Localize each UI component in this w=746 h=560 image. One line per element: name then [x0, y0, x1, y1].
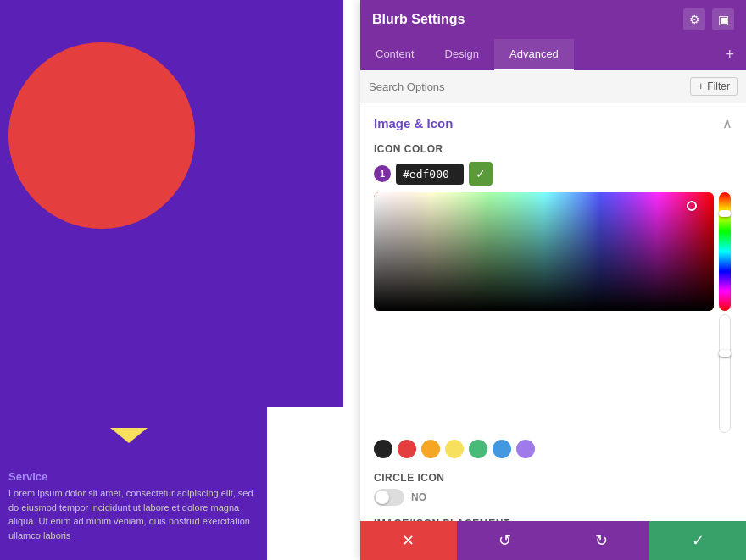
circle-icon-label: Circle Icon	[374, 472, 732, 484]
alpha-slider[interactable]	[719, 314, 731, 433]
swatch-black[interactable]	[374, 440, 392, 458]
filter-label: Filter	[707, 80, 730, 92]
color-input-row: 1 ✓	[374, 162, 732, 186]
swatch-green[interactable]	[469, 440, 487, 458]
service-label: Service	[8, 470, 263, 483]
save-icon: ✓	[692, 531, 704, 550]
panel-content: Image & Icon ∧ Icon Color 1 ✓	[360, 103, 746, 521]
circle-icon-toggle-track[interactable]	[374, 489, 404, 506]
swatch-yellow[interactable]	[445, 440, 464, 458]
side-sliders	[719, 192, 732, 433]
color-confirm-button[interactable]: ✓	[469, 162, 493, 186]
save-button[interactable]: ✓	[649, 521, 746, 560]
panel-tabs: Content Design Advanced +	[360, 39, 746, 70]
background-text-area: Service Lorem ipsum dolor sit amet, cons…	[8, 470, 263, 542]
icon-color-label: Icon Color	[374, 143, 732, 155]
redo-icon: ↻	[595, 531, 608, 550]
color-hex-input[interactable]	[396, 164, 464, 185]
gradient-picker-area[interactable]	[374, 192, 714, 311]
cancel-icon: ✕	[402, 531, 415, 550]
hue-slider-thumb	[719, 210, 731, 217]
lorem-text: Lorem ipsum dolor sit amet, consectetur …	[8, 486, 263, 542]
color-picker-container: 1 ✓	[374, 162, 732, 458]
picker-handle[interactable]	[687, 201, 697, 211]
circle-icon-toggle-text: NO	[411, 491, 426, 503]
header-icons: ⚙ ▣	[683, 8, 734, 30]
image-icon-title: Image & Icon	[374, 116, 453, 130]
gradient-sliders-row	[374, 192, 732, 433]
tab-plus-button[interactable]: +	[713, 39, 746, 70]
background-circle	[8, 42, 195, 229]
circle-icon-toggle[interactable]: NO	[374, 489, 732, 506]
background-area: Service Lorem ipsum dolor sit amet, cons…	[0, 0, 343, 560]
plus-icon: +	[698, 80, 704, 92]
cancel-button[interactable]: ✕	[360, 521, 457, 560]
search-bar: + Filter	[360, 70, 746, 103]
action-bar: ✕ ↺ ↻ ✓	[360, 521, 746, 560]
image-icon-body: Icon Color 1 ✓	[360, 143, 746, 521]
circle-icon-toggle-thumb	[376, 491, 389, 504]
undo-button[interactable]: ↺	[457, 521, 554, 560]
undo-icon: ↺	[498, 531, 511, 550]
alpha-slider-thumb	[719, 350, 731, 357]
swatch-orange[interactable]	[421, 440, 440, 458]
redo-button[interactable]: ↻	[554, 521, 650, 560]
tab-content[interactable]: Content	[360, 39, 430, 70]
swatches-row	[374, 440, 732, 458]
circle-icon-field: Circle Icon NO	[374, 472, 732, 506]
tab-design[interactable]: Design	[430, 39, 494, 70]
image-icon-chevron-icon: ∧	[722, 115, 732, 131]
color-badge: 1	[374, 165, 391, 182]
image-icon-section: Image & Icon ∧ Icon Color 1 ✓	[360, 103, 746, 521]
tab-advanced[interactable]: Advanced	[494, 39, 574, 70]
swatch-red[interactable]	[398, 440, 416, 458]
background-triangle	[110, 428, 148, 443]
settings-panel: Blurb Settings ⚙ ▣ Content Design Advanc…	[360, 0, 746, 560]
gradient-picker[interactable]	[374, 192, 714, 433]
swatch-purple[interactable]	[516, 440, 535, 458]
black-layer	[374, 192, 714, 311]
search-input[interactable]	[369, 80, 683, 93]
settings-icon-button[interactable]: ⚙	[683, 8, 705, 30]
hue-slider[interactable]	[719, 192, 731, 311]
panel-title: Blurb Settings	[372, 12, 465, 27]
layout-icon-button[interactable]: ▣	[712, 8, 734, 30]
swatch-blue[interactable]	[493, 440, 511, 458]
image-icon-section-header[interactable]: Image & Icon ∧	[360, 103, 746, 143]
filter-button[interactable]: + Filter	[690, 77, 738, 96]
panel-header: Blurb Settings ⚙ ▣	[360, 0, 746, 39]
